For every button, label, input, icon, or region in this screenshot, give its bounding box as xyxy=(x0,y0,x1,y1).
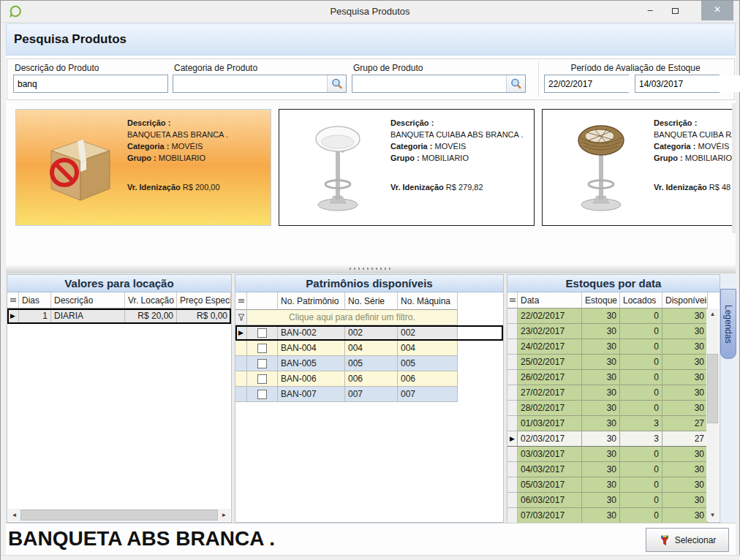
horizontal-scrollbar[interactable]: ◄ ► xyxy=(8,509,230,521)
row-checkbox-cell xyxy=(247,341,278,356)
grid-cell: 30 xyxy=(662,401,708,416)
horizontal-splitter[interactable] xyxy=(6,264,736,273)
table-row[interactable]: ▶02/03/201730327 xyxy=(507,431,720,447)
grid-cell: 30 xyxy=(662,493,708,508)
table-row[interactable]: 04/03/201730030 xyxy=(507,462,720,477)
grid-cell: 3 xyxy=(620,431,662,447)
column-header-vr-locacao[interactable]: Vr. Locação xyxy=(125,292,177,309)
grid-cell: 26/02/2017 xyxy=(518,370,582,385)
filter-message[interactable]: Clique aqui para definir um filtro. xyxy=(247,310,458,325)
table-row[interactable]: 01/03/201730327 xyxy=(507,416,720,431)
column-header-estoque[interactable]: Estoque xyxy=(582,292,620,309)
close-button[interactable]: ✕ xyxy=(701,1,733,20)
grid-cell: 30 xyxy=(582,462,620,477)
row-selector xyxy=(507,355,518,370)
table-row[interactable]: ▶BAN-002002002 xyxy=(235,325,503,341)
product-card-clipped[interactable]: Descrição : BANQUETA CUIBA RAT Categoria… xyxy=(542,109,732,226)
column-header-preco-especial[interactable]: Preço Especial xyxy=(177,292,231,309)
grid-cell: 0 xyxy=(620,477,662,493)
table-row[interactable]: 23/02/201730030 xyxy=(507,324,720,339)
page-title: Pesquisa Produtos xyxy=(14,32,127,47)
grid-corner-icon[interactable] xyxy=(507,292,518,309)
valores-header-row: Dias Descrição Vr. Locação Preço Especia… xyxy=(7,292,231,309)
cards-scroll-strip[interactable] xyxy=(732,103,736,233)
row-checkbox[interactable] xyxy=(257,374,267,384)
grid-cell: 0 xyxy=(620,401,662,416)
row-checkbox[interactable] xyxy=(257,328,267,338)
column-header-checkbox[interactable] xyxy=(247,292,278,310)
table-row[interactable]: 24/02/201730030 xyxy=(507,339,720,355)
column-header-descricao[interactable]: Descrição xyxy=(51,292,125,309)
card-category: MOVÉIS xyxy=(172,142,203,151)
row-checkbox[interactable] xyxy=(257,344,267,353)
card-group: MOBILIARIO xyxy=(685,154,732,162)
row-selector xyxy=(235,387,247,402)
grid-cell: 30 xyxy=(582,324,620,339)
table-row[interactable]: 03/03/201730030 xyxy=(507,447,720,462)
row-checkbox-cell xyxy=(247,325,278,341)
scroll-down-icon[interactable]: ▼ xyxy=(706,510,719,521)
selecionar-button-label: Selecionar xyxy=(675,535,717,545)
filter-row[interactable]: Clique aqui para definir um filtro. xyxy=(235,310,503,325)
selecionar-button[interactable]: Selecionar xyxy=(646,528,729,552)
grid-cell: 0 xyxy=(620,339,662,355)
scrollbar-thumb[interactable] xyxy=(20,510,218,521)
row-checkbox[interactable] xyxy=(257,359,267,368)
table-row[interactable]: BAN-006006006 xyxy=(235,371,503,387)
column-header-dias[interactable]: Dias xyxy=(19,292,51,309)
card-desc-label: Descrição : xyxy=(390,118,434,127)
row-checkbox[interactable] xyxy=(257,390,267,399)
table-row[interactable]: BAN-005005005 xyxy=(235,356,503,371)
description-label: Descrição do Produto xyxy=(15,63,99,73)
description-input[interactable] xyxy=(14,75,167,92)
column-header-no-maquina[interactable]: No. Máquina xyxy=(398,292,458,310)
maximize-button[interactable] xyxy=(663,1,687,20)
scrollbar-thumb[interactable] xyxy=(707,354,718,423)
table-row[interactable]: 07/03/201730030 xyxy=(507,508,720,523)
column-header-no-serie[interactable]: No. Série xyxy=(345,292,398,310)
table-row[interactable]: BAN-007007007 xyxy=(235,387,503,402)
column-header-data[interactable]: Data xyxy=(518,292,582,309)
current-row-icon: ▶ xyxy=(510,435,515,442)
grid-cell: 30 xyxy=(582,355,620,370)
table-row[interactable]: 25/02/201730030 xyxy=(507,355,720,370)
card-category: MOVÉIS xyxy=(435,142,467,151)
table-row[interactable]: 27/02/201730030 xyxy=(507,385,720,401)
table-row[interactable]: 05/03/201730030 xyxy=(507,477,720,493)
group-input[interactable] xyxy=(352,75,506,92)
page-header: Pesquisa Produtos xyxy=(6,23,736,56)
column-header-disponiveis[interactable]: Disponíveis xyxy=(662,292,708,309)
row-selector xyxy=(507,401,518,416)
grid-corner-icon[interactable] xyxy=(7,292,19,309)
category-input[interactable] xyxy=(173,75,327,92)
grid-corner-icon[interactable] xyxy=(235,292,247,310)
table-row[interactable]: 22/02/201730030 xyxy=(507,309,720,324)
product-card[interactable]: Descrição : BANQUETA CUIABA ABS BRANCA .… xyxy=(279,109,535,226)
row-selector xyxy=(507,447,518,462)
product-card-selected[interactable]: Descrição : BANQUETA ABS BRANCA . Catego… xyxy=(15,109,271,226)
table-row[interactable]: 28/02/201730030 xyxy=(507,401,720,416)
panel-valores: Valores para locação Dias Descrição Vr. … xyxy=(7,274,232,523)
table-row[interactable]: 06/03/201730030 xyxy=(507,493,720,508)
vertical-scrollbar[interactable]: ▲ ▼ xyxy=(706,309,719,521)
scroll-left-icon[interactable]: ◄ xyxy=(8,512,20,518)
period-end-input[interactable] xyxy=(635,75,740,92)
table-row[interactable]: 26/02/201730030 xyxy=(507,370,720,385)
window: Pesquisa Produtos – ✕ Pesquisa Produtos … xyxy=(0,0,740,560)
group-lookup-button[interactable] xyxy=(506,75,525,92)
scroll-up-icon[interactable]: ▲ xyxy=(706,309,719,320)
estoques-header-row: Data Estoque Locados Disponíveis xyxy=(507,292,720,309)
category-lookup-button[interactable] xyxy=(327,75,346,92)
scroll-right-icon[interactable]: ► xyxy=(218,512,230,518)
table-row[interactable]: BAN-004004004 xyxy=(235,341,503,356)
grid-cell: 03/03/2017 xyxy=(518,447,582,462)
table-row[interactable]: ▶1DIARIAR$ 20,00R$ 0,00 xyxy=(7,309,231,324)
period-label: Período de Avaliação de Estoque xyxy=(544,63,727,73)
column-header-no-patrimonio[interactable]: No. Patrimônio xyxy=(278,292,345,310)
panel-estoques: Estoques por data Data Estoque Locados D… xyxy=(507,274,720,523)
card-price-line: Vr. Idenização R$ 200,00 xyxy=(127,183,220,192)
grid-cell: 30 xyxy=(662,447,708,462)
column-header-locados[interactable]: Locados xyxy=(620,292,662,309)
minimize-button[interactable]: – xyxy=(638,1,662,20)
tab-legendas[interactable]: Legendas xyxy=(720,289,736,359)
